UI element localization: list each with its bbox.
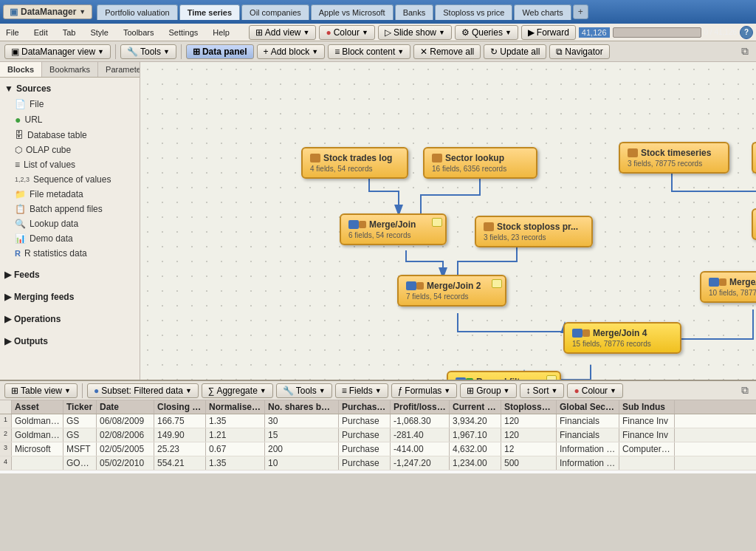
table-cell[interactable]: GS — [63, 414, 97, 428]
help-button[interactable]: ? — [740, 26, 753, 39]
node-merge-join2[interactable]: Merge/Join 2 7 fields, 54 records — [397, 275, 506, 307]
dm-dropdown[interactable]: ▼ — [97, 48, 104, 55]
menu-settings[interactable]: Settings — [166, 27, 202, 38]
node-merge-join3[interactable]: Merge/Join 3 10 fields, 78776 records — [700, 271, 756, 303]
colour-dropdown[interactable]: ▼ — [362, 29, 368, 36]
col-subind[interactable]: Sub Indus — [619, 400, 675, 414]
table-cell[interactable]: 12 — [501, 442, 557, 456]
aggregate-button[interactable]: ∑ Aggregate ▼ — [202, 383, 273, 398]
fields-button[interactable]: ≡ Fields ▼ — [335, 383, 388, 398]
table-cell[interactable]: -1,247.20 — [391, 456, 450, 470]
subset-button[interactable]: ● Subset: Filtered data ▼ — [87, 383, 199, 398]
menu-edit[interactable]: Edit — [31, 27, 51, 38]
bt-colour-button[interactable]: ● Colour ▼ — [567, 383, 623, 398]
menu-help[interactable]: Help — [210, 27, 233, 38]
sidebar-item-batch[interactable]: 📋 Batch append files — [0, 202, 140, 216]
tab-oil[interactable]: Oil companies — [241, 4, 309, 20]
node-sector-lookup[interactable]: Sector lookup 16 fields, 6356 records — [423, 147, 537, 179]
col-profit[interactable]: Profit/loss to date — [391, 400, 450, 414]
node-stock-events[interactable]: Stock events tim... 9 fields, 63 records — [752, 142, 756, 174]
group-dropdown[interactable]: ▼ — [504, 387, 510, 394]
node-stoploss[interactable]: Stock stoploss pr... 3 fields, 23 record… — [475, 216, 593, 247]
bt-colour-dropdown[interactable]: ▼ — [610, 387, 616, 394]
bt-tools-button[interactable]: 🔧 Tools ▼ — [276, 383, 332, 398]
add-view-dropdown[interactable]: ▼ — [303, 29, 309, 36]
col-normalised[interactable]: Normalised price — [206, 400, 265, 414]
colour-button[interactable]: ● Colour ▼ — [319, 25, 375, 40]
block-content-dropdown[interactable]: ▼ — [397, 48, 404, 55]
sidebar-item-r[interactable]: R R statistics data — [0, 246, 140, 261]
add-view-button[interactable]: ⊞ Add view ▼ — [249, 25, 317, 40]
fields-dropdown[interactable]: ▼ — [375, 387, 382, 394]
table-cell[interactable]: 120 — [501, 414, 557, 428]
block-content-button[interactable]: ≡ Block content ▼ — [328, 44, 410, 59]
table-cell[interactable]: Finance Inv — [619, 414, 675, 428]
table-cell[interactable]: Information Tech — [557, 442, 619, 456]
app-dropdown-icon[interactable]: ▼ — [79, 8, 86, 16]
table-row[interactable]: 2Goldman S.GS02/08/2006149.901.2115Purch… — [0, 428, 756, 442]
table-cell[interactable]: 1.35 — [206, 456, 265, 470]
table-cell[interactable]: -281.40 — [391, 428, 450, 442]
col-sector[interactable]: Global Sector — [557, 400, 619, 414]
table-cell[interactable]: Finance Inv — [619, 428, 675, 442]
table-cell[interactable]: 30 — [265, 414, 339, 428]
col-stoploss[interactable]: Stoploss price — [501, 400, 557, 414]
queries-dropdown[interactable]: ▼ — [505, 29, 512, 36]
node-detokenise[interactable]: De-tokenise 9 fields, 729 records — [752, 208, 756, 240]
table-cell[interactable]: Goldman S. — [12, 428, 63, 442]
slideshow-dropdown[interactable]: ▼ — [439, 29, 445, 36]
table-cell[interactable]: GOOG — [63, 456, 97, 470]
table-cell[interactable]: Purchase — [339, 428, 391, 442]
sidebar-item-list[interactable]: ≡ List of values — [0, 157, 140, 172]
tab-bookmarks[interactable]: Bookmarks — [42, 62, 98, 77]
table-cell[interactable]: 25.23 — [154, 442, 206, 456]
sidebar-item-olap[interactable]: ⬡ OLAP cube — [0, 143, 140, 157]
tab-stoploss[interactable]: Stoploss vs price — [435, 4, 512, 20]
navigator-button[interactable]: ⧉ Navigator — [549, 44, 609, 59]
table-row[interactable]: 3MicrosoftMSFT02/05/200525.230.67200Purc… — [0, 442, 756, 456]
table-cell[interactable]: 4,632.00 — [450, 442, 501, 456]
col-closing[interactable]: Closing price — [154, 400, 206, 414]
tab-portfolio[interactable]: Portfolio valuation — [97, 4, 177, 20]
resize-button[interactable]: ⧉ — [738, 45, 752, 58]
table-cell[interactable]: 1.21 — [206, 428, 265, 442]
table-cell[interactable]: 1.35 — [206, 414, 265, 428]
table-cell[interactable]: 200 — [265, 442, 339, 456]
tab-banks[interactable]: Banks — [395, 4, 434, 20]
table-cell[interactable]: GS — [63, 428, 97, 442]
table-cell[interactable]: 0.67 — [206, 442, 265, 456]
node-merge-join4[interactable]: Merge/Join 4 15 fields, 78776 records — [563, 322, 681, 354]
bottom-resize[interactable]: ⧉ — [738, 384, 752, 397]
data-panel-button[interactable]: ⊞ Data panel — [186, 44, 254, 59]
tools-button[interactable]: 🔧 Tools ▼ — [120, 44, 176, 59]
sort-dropdown[interactable]: ▼ — [551, 387, 558, 394]
table-cell[interactable]: 1,234.00 — [450, 456, 501, 470]
node-record-filter[interactable]: Record filter 15 fields, 41126 records — [447, 371, 561, 380]
sidebar-item-url[interactable]: ● URL — [0, 112, 140, 128]
table-cell[interactable]: 149.90 — [154, 428, 206, 442]
tab-blocks[interactable]: Blocks — [0, 62, 42, 77]
update-all-button[interactable]: ↻ Update all — [484, 44, 546, 59]
col-ticker[interactable]: Ticker — [63, 400, 97, 414]
sidebar-item-seq[interactable]: 1,2,3 Sequence of values — [0, 172, 140, 187]
tab-parameters[interactable]: Parameters — [98, 62, 140, 77]
table-cell[interactable]: -414.00 — [391, 442, 450, 456]
table-cell[interactable]: 10 — [265, 456, 339, 470]
table-cell[interactable]: -1,068.30 — [391, 414, 450, 428]
tv-dropdown[interactable]: ▼ — [64, 387, 71, 394]
sources-header[interactable]: ▼ Sources — [0, 81, 140, 97]
table-cell[interactable]: 120 — [501, 428, 557, 442]
table-cell[interactable]: MSFT — [63, 442, 97, 456]
menu-file[interactable]: File — [3, 27, 22, 38]
add-block-button[interactable]: + Add block ▼ — [257, 44, 326, 59]
table-cell[interactable]: 02/05/2005 — [97, 442, 154, 456]
subset-dropdown[interactable]: ▼ — [185, 387, 192, 394]
table-cell[interactable]: Purchase — [339, 414, 391, 428]
table-view-button[interactable]: ⊞ Table view ▼ — [4, 383, 78, 398]
merging-feeds-header[interactable]: ▶ Merging feeds — [0, 289, 140, 305]
remove-all-button[interactable]: ✕ Remove all — [413, 44, 481, 59]
sidebar-item-lookup[interactable]: 🔍 Lookup data — [0, 216, 140, 231]
operations-header[interactable]: ▶ Operations — [0, 311, 140, 327]
datamanager-view-button[interactable]: ▣ DataManager view ▼ — [4, 44, 111, 59]
sort-button[interactable]: ↕ Sort ▼ — [520, 383, 565, 398]
